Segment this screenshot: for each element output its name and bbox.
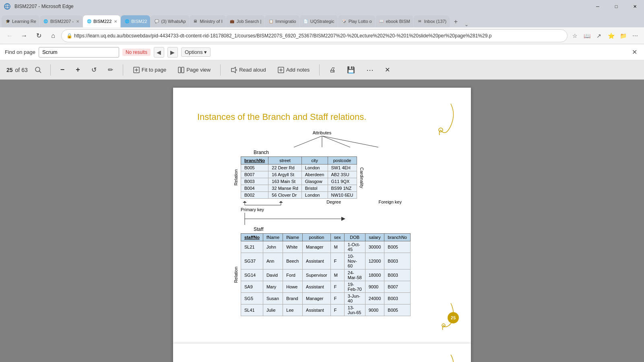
maximize-button[interactable]: □: [607, 0, 625, 13]
tab-bism1-close[interactable]: ✕: [76, 19, 79, 24]
tab-learning-label: Learning Re: [12, 19, 36, 24]
staff-row-1: SL21JohnWhiteManagerM1-Oct-4530000B005: [241, 241, 411, 253]
page-info: 25 of 63: [6, 67, 28, 73]
tab-inbox[interactable]: ✉ Inbox (137): [414, 15, 450, 27]
decorative-annotation-bottom: [427, 299, 459, 331]
close-button[interactable]: ✕: [625, 0, 644, 13]
tab-ebook-favicon: 📖: [379, 19, 384, 24]
branch-row-4: B00432 Manse RdBristolBS99 1NZ: [241, 185, 357, 192]
staff-header-position: position: [303, 234, 331, 241]
branch-table-wrapper: Relation branchNo street city postcode: [233, 156, 411, 199]
tab-jobsearch-label: Job Search |: [237, 19, 262, 24]
tab-uq[interactable]: 📄 UQStrategic: [300, 15, 338, 27]
toolbar-divider-4: [319, 64, 320, 76]
tab-whatsapp[interactable]: 💬 (3) WhatsAp: [151, 15, 189, 27]
page-view-button[interactable]: Page view: [174, 65, 214, 75]
print-icon: 🖨: [329, 66, 336, 74]
pdf-search-button[interactable]: [33, 64, 44, 76]
tab-ebook[interactable]: 📖 ebook BISM: [376, 15, 413, 27]
tab-playlotto-favicon: 🎲: [341, 19, 347, 24]
chevron-down-icon: ▾: [204, 49, 207, 55]
branch-row-3: B003163 Main StGlasgowG11 9QX: [241, 178, 357, 185]
page-number: 25: [6, 67, 13, 73]
staff-label: Staff: [254, 226, 411, 232]
tab-ministry-label: Ministry of I: [200, 19, 223, 24]
attributes-label: Attributes: [233, 130, 411, 135]
find-prev-button[interactable]: ◀: [154, 47, 164, 58]
tab-bism3[interactable]: 🌐 BISM22: [121, 15, 150, 27]
branch-header-street: street: [268, 157, 301, 165]
home-button[interactable]: ⌂: [47, 29, 60, 42]
tab-playlotto[interactable]: 🎲 Play Lotto o: [338, 15, 375, 27]
tab-jobsearch-favicon: 💼: [229, 19, 235, 24]
degree-label: Degree: [326, 200, 341, 204]
url-bar[interactable]: 🔒 https://learn.uq.edu.au/bbcswebdav/pid…: [61, 29, 568, 42]
tab-immigration-label: Immigratio: [275, 19, 296, 24]
save-icon: 💾: [347, 66, 355, 74]
new-tab-button[interactable]: +: [450, 16, 461, 27]
tab-jobsearch[interactable]: 💼 Job Search |: [226, 15, 265, 27]
staff-row-6: SL41JulieLeeAssistantF13-Jun-659000B005: [241, 304, 411, 316]
page-view-icon: [178, 66, 185, 74]
reading-mode-button[interactable]: 📖: [581, 30, 592, 41]
tab-uq-label: UQStrategic: [310, 19, 334, 24]
exit-immersive-button[interactable]: ✕: [382, 64, 393, 75]
draw-button[interactable]: ✏: [105, 64, 116, 75]
read-aloud-button[interactable]: Read aloud: [227, 65, 269, 75]
svg-point-1: [35, 67, 40, 72]
tab-bism2-label: BISM222: [93, 19, 111, 24]
find-input[interactable]: [39, 47, 119, 58]
pdf-pages: Instances of the Branch and Staff relati…: [165, 80, 479, 362]
tab-bism1[interactable]: 🌐 BISM2207 - ✕: [40, 15, 83, 27]
find-status: No results: [122, 49, 151, 56]
branch-header-branchno: branchNo: [241, 157, 268, 165]
svg-line-13: [322, 136, 350, 147]
zoom-out-button[interactable]: −: [57, 64, 68, 76]
refresh-button[interactable]: ↻: [32, 29, 45, 42]
favorites-button[interactable]: ⭐: [605, 30, 617, 41]
tab-uq-favicon: 📄: [303, 19, 309, 24]
navigation-bar: ← → ↻ ⌂ 🔒 https://learn.uq.edu.au/bbcswe…: [0, 27, 644, 44]
find-options-button[interactable]: Options ▾: [181, 47, 211, 57]
tab-immigration[interactable]: 📋 Immigratio: [265, 15, 299, 27]
minimize-button[interactable]: ─: [588, 0, 607, 13]
attributes-arrows: [233, 136, 411, 148]
rotate-button[interactable]: ↺: [88, 64, 100, 75]
staff-header-staffno: staffNo: [241, 234, 263, 241]
fit-to-page-button[interactable]: Fit to page: [130, 65, 169, 75]
branch-row-1: B00522 Deer RdLondonSW1 4EH: [241, 165, 357, 171]
page-view-label: Page view: [186, 67, 211, 73]
rotate-icon: ↺: [91, 66, 97, 74]
tab-bism2-close[interactable]: ✕: [114, 19, 117, 24]
collections-button[interactable]: 📁: [617, 30, 629, 41]
share-button[interactable]: ↗: [593, 30, 605, 41]
read-aloud-icon: [230, 66, 237, 74]
bookmark-button[interactable]: ☆: [569, 30, 580, 41]
primary-key-arrow: [241, 200, 289, 207]
forward-button[interactable]: →: [18, 29, 31, 42]
url-text: https://learn.uq.edu.au/bbcswebdav/pid-4…: [74, 33, 562, 39]
add-notes-button[interactable]: Add notes: [274, 65, 313, 75]
print-button[interactable]: 🖨: [326, 65, 339, 75]
find-close-button[interactable]: ✕: [630, 47, 639, 57]
svg-marker-6: [231, 67, 235, 73]
zoom-in-icon: +: [76, 66, 80, 74]
more-tools-button[interactable]: ⋯: [363, 64, 377, 76]
staff-header-dob: DOB: [344, 234, 365, 241]
find-options-label: Options: [185, 49, 203, 55]
tab-bism2[interactable]: 🌐 BISM222 ✕: [83, 15, 120, 27]
find-next-button[interactable]: ▶: [167, 47, 178, 58]
tab-ministry[interactable]: 🏛 Ministry of I: [190, 15, 226, 27]
foreign-key-label: Foreign key: [379, 200, 402, 204]
tab-overflow-button[interactable]: ⌄: [462, 22, 471, 27]
tab-ministry-favicon: 🏛: [193, 19, 198, 24]
back-button[interactable]: ←: [3, 29, 16, 42]
exit-icon: ✕: [385, 66, 390, 74]
tab-inbox-label: Inbox (137): [424, 19, 447, 24]
zoom-in-button[interactable]: +: [72, 64, 83, 76]
slide-title: Instances of the Branch and Staff relati…: [197, 112, 447, 122]
toolbar-divider-1: [50, 64, 51, 76]
save-button[interactable]: 💾: [344, 64, 358, 75]
tab-learning[interactable]: 🎓 Learning Re: [2, 15, 39, 27]
settings-button[interactable]: ⋯: [630, 30, 641, 41]
